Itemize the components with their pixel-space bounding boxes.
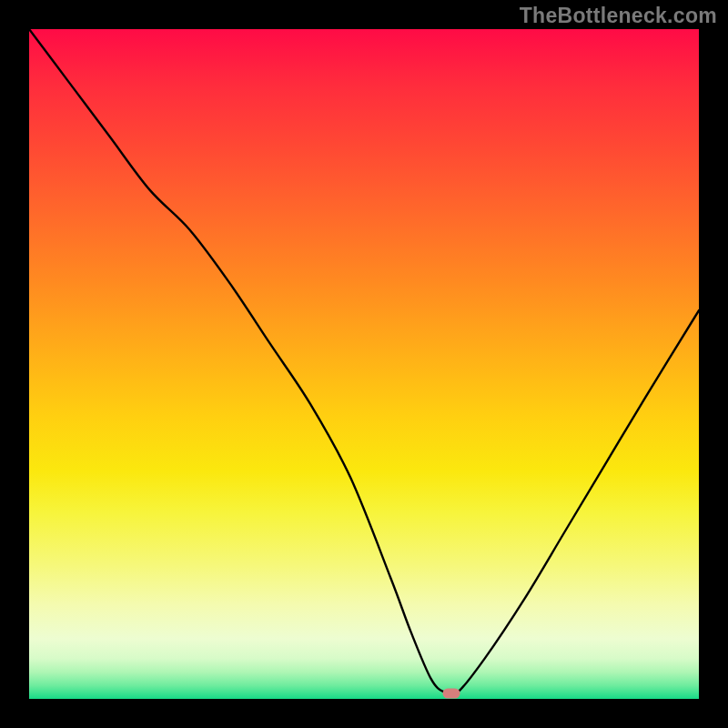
minimum-marker <box>442 689 460 699</box>
curve-path <box>29 29 699 695</box>
bottleneck-curve <box>29 29 699 699</box>
watermark-text: TheBottleneck.com <box>520 4 717 28</box>
plot-area <box>29 29 699 699</box>
chart-frame: TheBottleneck.com <box>0 0 728 728</box>
